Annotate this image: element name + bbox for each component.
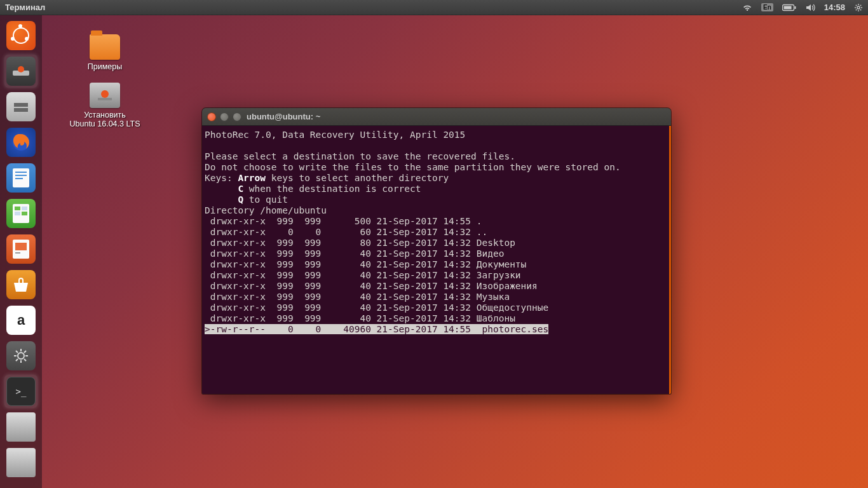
terminal-titlebar[interactable]: ubuntu@ubuntu: ~ [202, 108, 671, 126]
svg-point-3 [857, 6, 860, 9]
svg-rect-17 [22, 212, 27, 215]
launcher-writer[interactable] [4, 161, 37, 194]
desktop-icon-label: Примеры [60, 62, 149, 71]
svg-point-5 [18, 66, 24, 72]
svg-rect-2 [783, 6, 791, 9]
keyboard-layout-indicator[interactable]: En [761, 3, 773, 11]
launcher-firefox[interactable] [4, 126, 37, 159]
window-close-button[interactable] [207, 112, 216, 121]
desktop-icon-installer[interactable]: Установить Ubuntu 16.04.3 LTS [54, 83, 156, 128]
launcher-disk-2[interactable] [4, 446, 37, 479]
battery-icon[interactable] [782, 4, 796, 11]
window-minimize-button[interactable] [220, 112, 229, 121]
gear-icon[interactable] [854, 3, 863, 12]
launcher-impress[interactable] [4, 233, 37, 266]
app-menu-title[interactable]: Терминал [5, 3, 45, 12]
svg-rect-12 [15, 178, 23, 179]
svg-rect-11 [15, 175, 27, 176]
launcher-disk-1[interactable] [4, 410, 37, 444]
folder-icon [90, 34, 120, 60]
unity-launcher: a >_ [0, 15, 42, 488]
installer-icon [90, 83, 120, 108]
launcher-files[interactable] [4, 90, 37, 123]
launcher-settings[interactable] [4, 339, 37, 372]
terminal-content[interactable]: PhotoRec 7.0, Data Recovery Utility, Apr… [202, 126, 671, 394]
svg-rect-15 [22, 207, 27, 210]
window-maximize-button[interactable] [233, 112, 241, 121]
svg-rect-1 [794, 6, 796, 9]
svg-point-21 [18, 353, 24, 359]
launcher-amazon[interactable]: a [4, 304, 37, 337]
svg-rect-23 [98, 98, 112, 100]
svg-rect-16 [15, 212, 20, 215]
svg-rect-14 [15, 207, 20, 210]
svg-rect-10 [15, 172, 27, 173]
volume-icon[interactable] [805, 3, 815, 12]
svg-rect-20 [15, 252, 20, 254]
launcher-installer[interactable] [4, 55, 37, 88]
launcher-terminal[interactable]: >_ [4, 375, 37, 408]
wifi-icon[interactable] [742, 3, 752, 12]
svg-rect-6 [14, 103, 28, 107]
terminal-window: ubuntu@ubuntu: ~ PhotoRec 7.0, Data Reco… [202, 108, 671, 394]
svg-point-22 [101, 90, 109, 98]
desktop-icon-label: Установить Ubuntu 16.04.3 LTS [54, 111, 156, 128]
top-panel: Терминал En 14:58 [0, 0, 868, 15]
launcher-dash[interactable] [4, 19, 37, 52]
launcher-calc[interactable] [4, 197, 37, 230]
launcher-software[interactable] [4, 268, 37, 301]
svg-rect-19 [15, 243, 27, 250]
desktop-icon-examples[interactable]: Примеры [60, 34, 149, 71]
terminal-title: ubuntu@ubuntu: ~ [247, 112, 320, 121]
clock[interactable]: 14:58 [824, 3, 845, 12]
svg-rect-7 [14, 108, 28, 112]
